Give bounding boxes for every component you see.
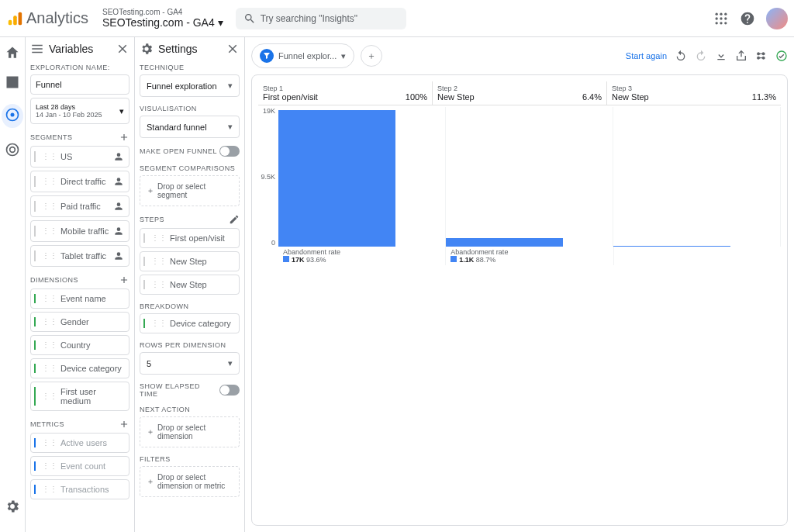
admin-gear-icon[interactable] [5,499,20,514]
funnel-tab-icon [262,51,271,60]
edit-icon[interactable] [229,214,240,225]
status-check-icon[interactable] [775,50,788,62]
add-icon[interactable] [119,419,129,430]
abandonment-cell [614,247,781,265]
metric-chip[interactable]: Event count [30,456,129,476]
share-icon[interactable] [755,50,768,62]
svg-point-11 [724,22,727,24]
svg-point-9 [716,22,718,24]
settings-panel: Settings TECHNIQUE Funnel exploration VI… [135,37,245,532]
start-again-link[interactable]: Start again [626,51,667,60]
analytics-logo-icon [6,10,23,27]
svg-point-5 [724,12,727,15]
segment-chip[interactable]: Direct traffic [30,171,129,192]
svg-point-13 [11,113,15,117]
segment-chip[interactable]: Mobile traffic [30,220,129,242]
open-funnel-toggle[interactable] [219,146,240,157]
variables-panel: Variables EXPLORATION NAME: Funnel Last … [25,37,135,532]
close-icon[interactable] [116,42,129,56]
redo-icon[interactable] [695,50,707,62]
svg-point-6 [716,17,718,19]
logo-block[interactable]: Analytics [6,9,88,27]
advertising-icon[interactable] [5,142,20,157]
dimension-chip[interactable]: Gender [30,312,129,332]
reports-icon[interactable] [5,74,20,90]
next-action-drop[interactable]: ＋ Drop or select dimension [140,416,240,447]
dimension-chip[interactable]: Country [30,335,129,355]
svg-rect-2 [19,12,22,25]
segment-chip[interactable]: Paid traffic [30,195,129,217]
svg-point-15 [10,147,16,153]
step-chip[interactable]: First open/visit [140,228,240,248]
abandonment-cell: Abandonment rate1.1K 88.7% [446,247,613,265]
funnel-table [258,270,781,519]
help-icon[interactable] [740,11,755,26]
step-header: Step 3New Step11.3% [607,81,781,105]
svg-point-4 [720,12,722,15]
segment-chip[interactable]: Tablet traffic [30,245,129,267]
property-switcher[interactable]: SEOTesting.com - GA4 SEOTesting.com - GA… [102,8,223,29]
funnel-bar [613,107,781,247]
metric-chip[interactable]: Transactions [30,479,129,499]
step-header: Step 2New Step6.4% [433,81,607,105]
download-icon[interactable] [715,50,727,62]
close-icon[interactable] [226,42,240,56]
search-input[interactable]: Try searching "Insights" [236,8,406,29]
funnel-bar [446,107,613,247]
explore-icon [5,107,20,123]
rows-select[interactable]: 5 [140,352,240,375]
svg-point-16 [777,51,786,60]
svg-rect-1 [13,16,17,25]
exploration-tab[interactable]: Funnel explor... ▾ [251,43,354,68]
svg-rect-0 [9,19,12,24]
left-nav [0,37,25,532]
export-icon[interactable] [735,50,747,62]
date-range-picker[interactable]: Last 28 days 14 Jan - 10 Feb 2025 ▾ [30,98,129,124]
add-tab-button[interactable]: ＋ [361,45,382,67]
add-icon[interactable] [119,275,129,285]
dimension-chip[interactable]: Event name [30,288,129,309]
segment-chip[interactable]: US [30,146,129,168]
svg-point-10 [720,22,722,24]
step-chip[interactable]: New Step [140,251,240,271]
variables-icon [30,42,44,56]
explore-nav-active[interactable] [2,104,23,128]
visualisation-select[interactable]: Standard funnel [140,116,240,138]
metric-chip[interactable]: Active users [30,433,129,453]
svg-point-7 [720,17,722,19]
apps-icon[interactable] [713,11,729,26]
undo-icon[interactable] [675,50,687,62]
add-icon[interactable] [119,132,129,143]
funnel-bar [278,107,446,247]
dimension-chip[interactable]: Device category [30,358,129,378]
avatar[interactable] [766,8,788,29]
step-chip[interactable]: New Step [140,275,240,295]
segment-drop[interactable]: ＋ Drop or select segment [140,175,240,206]
home-icon[interactable] [5,45,20,60]
svg-point-3 [716,12,718,15]
exploration-name-input[interactable]: Funnel [30,74,129,95]
search-icon [243,12,256,25]
svg-point-8 [724,17,727,19]
abandonment-cell: Abandonment rate17K 93.6% [278,247,446,265]
elapsed-toggle[interactable] [219,385,240,396]
settings-gear-icon [140,42,154,56]
dimension-chip[interactable]: First user medium [30,382,129,411]
filters-drop[interactable]: ＋ Drop or select dimension or metric [140,466,240,497]
breakdown-chip[interactable]: Device category [140,313,240,333]
product-name: Analytics [26,9,88,27]
technique-select[interactable]: Funnel exploration [140,74,240,97]
app-header: Analytics SEOTesting.com - GA4 SEOTestin… [0,0,794,37]
svg-point-14 [7,144,19,156]
canvas: Funnel explor... ▾ ＋ Start again Step 1F… [245,37,794,532]
step-header: Step 1First open/visit100% [258,81,433,105]
